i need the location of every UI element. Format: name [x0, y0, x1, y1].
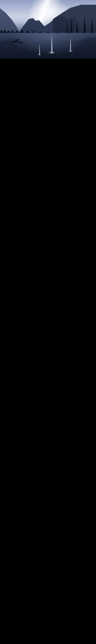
water-splash — [37, 54, 42, 55]
hero-image — [0, 0, 96, 58]
water-splash — [48, 52, 56, 54]
page — [0, 0, 96, 58]
water-splash — [68, 50, 73, 52]
